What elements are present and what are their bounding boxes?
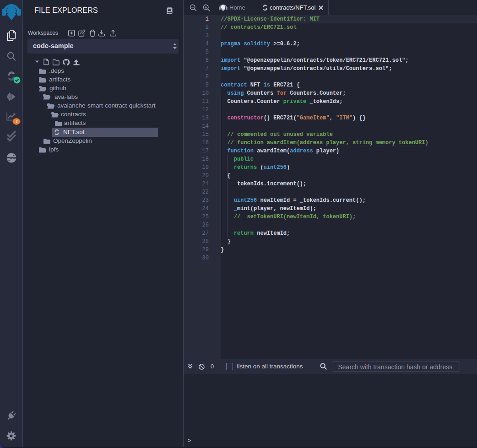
svg-text:1: 1: [16, 119, 18, 124]
